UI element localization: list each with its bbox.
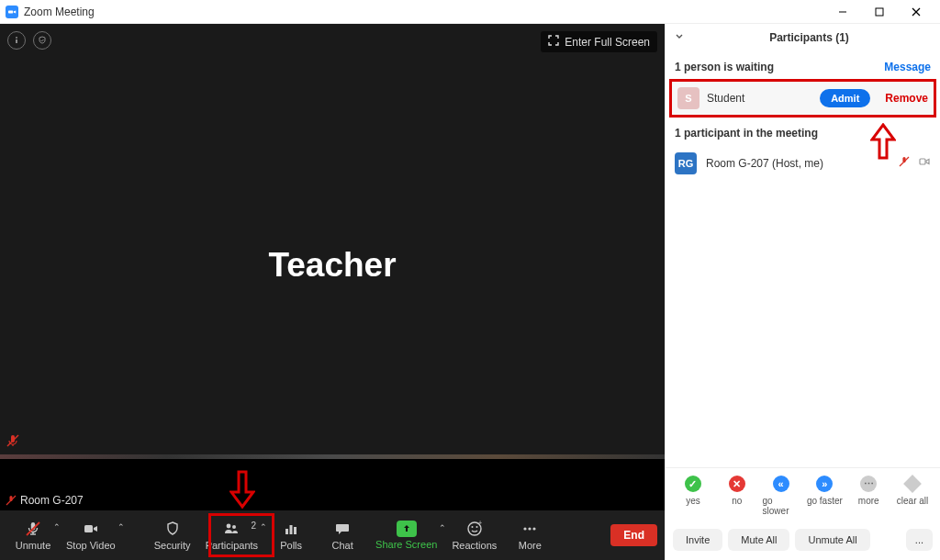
more-label: More (519, 540, 542, 551)
feedback-clear-label: clear all (897, 496, 928, 506)
feedback-yes-button[interactable]: ✓yes (675, 476, 711, 516)
more-button[interactable]: More (504, 520, 555, 551)
svg-rect-16 (290, 525, 293, 534)
panel-more-label: ... (915, 534, 923, 545)
window-close-button[interactable] (898, 0, 934, 24)
meeting-info-icon[interactable] (7, 31, 26, 50)
mute-all-button[interactable]: Mute All (728, 529, 789, 551)
mute-all-label: Mute All (741, 534, 777, 545)
chat-bubble-icon (333, 520, 352, 538)
participants-header-title: Participants (1) (688, 31, 931, 44)
svg-rect-12 (84, 525, 93, 532)
unmute-all-button[interactable]: Unmute All (795, 529, 869, 551)
fullscreen-icon (548, 35, 559, 49)
security-label: Security (154, 540, 191, 551)
waiting-participant-name: Student (707, 92, 812, 105)
remove-label: Remove (885, 92, 928, 105)
eraser-icon (903, 475, 922, 493)
svg-point-24 (533, 527, 536, 530)
zoom-logo-icon (6, 6, 18, 18)
waiting-participant-row: S Student Admit Remove (669, 79, 936, 118)
feedback-slower-button[interactable]: «go slower (763, 476, 800, 516)
participants-count: 2 (252, 521, 257, 531)
unmute-button[interactable]: Unmute ⌃ (7, 520, 59, 551)
chat-button[interactable]: Chat (317, 520, 368, 551)
shield-icon (163, 520, 182, 538)
polls-label: Polls (280, 540, 302, 551)
self-name: Room G-207 (20, 494, 84, 507)
share-arrow-icon (397, 521, 417, 537)
window-minimize-button[interactable] (824, 0, 861, 24)
check-icon: ✓ (685, 476, 701, 492)
svg-rect-26 (920, 159, 925, 164)
svg-text:+: + (478, 520, 482, 526)
svg-point-19 (471, 526, 473, 528)
more-dots-icon: ⋯ (860, 476, 877, 492)
window-title-bar: Zoom Meeting (0, 0, 940, 24)
svg-rect-17 (294, 527, 297, 534)
camera-off-icon (918, 155, 931, 172)
participant-name: Room G-207 (Host, me) (706, 157, 889, 170)
svg-point-4 (16, 37, 17, 39)
security-button[interactable]: Security (147, 520, 198, 551)
svg-rect-15 (285, 529, 288, 534)
smiley-icon: + (465, 520, 484, 538)
participants-panel-header: Participants (1) (666, 24, 940, 51)
annotation-arrow-down-icon (229, 470, 255, 510)
message-waiting-link[interactable]: Message (884, 61, 931, 73)
self-view-label: Room G-207 (6, 494, 84, 507)
bar-chart-icon (282, 520, 300, 538)
people-icon (222, 520, 241, 538)
stop-video-label: Stop Video (66, 540, 116, 551)
feedback-clear-all-button[interactable]: clear all (894, 476, 931, 516)
meeting-video-area: Enter Full Screen Teacher Room G-207 (0, 24, 665, 560)
microphone-muted-icon (24, 520, 42, 538)
self-muted-icon (6, 495, 17, 506)
feedback-no-button[interactable]: ✕no (719, 476, 755, 516)
remove-button[interactable]: Remove (885, 92, 928, 105)
feedback-yes-label: yes (686, 496, 700, 506)
feedback-faster-button[interactable]: »go faster (806, 476, 843, 516)
in-meeting-label: 1 participant in the meeting (675, 127, 818, 140)
end-meeting-button[interactable]: End (610, 524, 657, 546)
nonverbal-feedback-row: ✓yes ✕no «go slower »go faster ⋯more cle… (666, 467, 940, 523)
svg-point-20 (476, 526, 477, 528)
fullscreen-label: Enter Full Screen (565, 36, 650, 49)
self-view-bar: Room G-207 (0, 459, 665, 510)
svg-rect-1 (876, 8, 883, 16)
waiting-room-header: 1 person is waiting Message (666, 51, 940, 79)
svg-rect-5 (16, 39, 17, 43)
active-speaker-name: Teacher (268, 246, 396, 285)
invite-button[interactable]: Invite (673, 529, 722, 551)
in-meeting-header: 1 participant in the meeting (666, 118, 940, 145)
panel-more-button[interactable]: ... (906, 529, 933, 551)
window-maximize-button[interactable] (861, 0, 898, 24)
avatar: S (677, 87, 699, 109)
meeting-control-bar: Unmute ⌃ Stop Video ⌃ Security Participa… (0, 510, 665, 560)
enter-fullscreen-button[interactable]: Enter Full Screen (541, 31, 657, 52)
admit-label: Admit (831, 93, 859, 104)
feedback-faster-label: go faster (807, 496, 843, 506)
polls-button[interactable]: Polls (265, 520, 317, 551)
mic-muted-icon (898, 155, 911, 172)
stop-video-button[interactable]: Stop Video ⌃ (59, 520, 123, 551)
chevron-up-icon[interactable]: ⌃ (118, 522, 125, 532)
participants-button[interactable]: Participants 2 ⌃ (198, 520, 265, 551)
avatar: RG (675, 152, 697, 174)
feedback-more-button[interactable]: ⋯more (850, 476, 887, 516)
feedback-more-label: more (858, 496, 879, 506)
admit-button[interactable]: Admit (820, 89, 870, 107)
encryption-shield-icon[interactable] (33, 31, 51, 50)
svg-point-23 (529, 527, 532, 530)
cross-icon: ✕ (729, 476, 745, 492)
end-label: End (623, 529, 644, 542)
meeting-top-bar: Enter Full Screen (0, 24, 665, 75)
window-title: Zoom Meeting (24, 6, 95, 18)
share-screen-button[interactable]: Share Screen ⌃ (368, 521, 444, 550)
chat-label: Chat (331, 540, 352, 551)
panel-bottom-actions: Invite Mute All Unmute All ... (666, 523, 940, 560)
collapse-panel-button[interactable] (675, 31, 688, 44)
reactions-button[interactable]: + Reactions (444, 520, 504, 551)
participant-row[interactable]: RG Room G-207 (Host, me) (666, 145, 940, 182)
feedback-slower-label: go slower (763, 496, 800, 516)
